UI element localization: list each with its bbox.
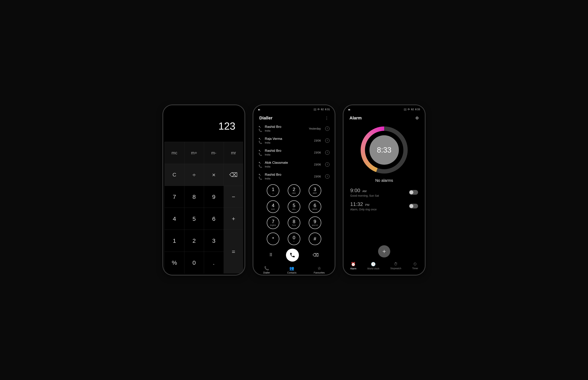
dial-0-button[interactable]: 0+ — [288, 232, 300, 245]
calculator-phone: 123 mc m+ m- mr C ÷ × ⌫ 7 8 9 − 4 5 6 + … — [163, 105, 245, 275]
calc-mc-button[interactable]: mc — [165, 142, 184, 164]
alarm-row[interactable]: 9:00 AM Good morning, Sun Sat — [350, 188, 418, 197]
dial-hash-button[interactable]: # — [309, 232, 321, 245]
sync-icon: ⟳ — [317, 108, 320, 111]
calc-plus-button[interactable]: + — [224, 208, 243, 230]
dial-9-button[interactable]: 9WXYZ — [309, 216, 321, 229]
calc-clear-button[interactable]: C — [165, 164, 184, 186]
alarm-desc: Good morning, Sun Sat — [350, 194, 379, 197]
calc-2-button[interactable]: 2 — [184, 230, 204, 252]
add-alarm-button[interactable]: + — [378, 245, 390, 257]
info-icon[interactable]: i — [325, 174, 330, 179]
alarm-toggle[interactable] — [409, 190, 418, 195]
dial-4-button[interactable]: 4GHI — [267, 200, 279, 213]
calc-multiply-button[interactable]: × — [204, 164, 224, 186]
sync-icon: ⟳ — [408, 108, 410, 111]
calc-mminus-button[interactable]: m- — [204, 142, 224, 164]
bottom-nav: 📞 Dialler 👥 Contacts ☆ Favourites — [255, 264, 333, 275]
calc-minus-button[interactable]: − — [224, 186, 243, 208]
calc-1-button[interactable]: 1 — [165, 230, 184, 252]
dial-2-button[interactable]: 2ABC — [288, 184, 300, 197]
nav-contacts[interactable]: 👥 Contacts — [287, 266, 296, 274]
alarm-row[interactable]: 11:32 PM Alarm, Only ring once — [350, 201, 418, 211]
nav-alarm[interactable]: ⏰ Alarm — [350, 262, 356, 270]
info-icon[interactable]: i — [325, 162, 330, 167]
calc-mr-button[interactable]: mr — [224, 142, 243, 164]
caller-name: Rashid Bro — [265, 125, 306, 129]
calc-8-button[interactable]: 8 — [184, 186, 204, 208]
phone-icon — [290, 252, 295, 258]
dial-3-button[interactable]: 3DEF — [309, 184, 321, 197]
dial-1-button[interactable]: 1◡ — [267, 184, 279, 197]
call-row[interactable]: ↖📞 Raja Verma India 23/06 i — [258, 134, 330, 147]
bottom-nav: ⏰ Alarm 🕒 World clock ⏱ Stopwatch ⏲ Time… — [345, 259, 423, 274]
dialpad: 1◡ 2ABC 3DEF 4GHI 5JKL 6MNO 7PQRS 8TUV 9… — [255, 184, 333, 245]
clock-dial: 8:33 — [361, 127, 408, 173]
alarm-phone: ▯▯ ⟳ 62 8:33 Alarm ⚙ 8:33 No alarms 9:00… — [343, 105, 425, 275]
calc-7-button[interactable]: 7 — [165, 186, 184, 208]
calc-equals-button[interactable]: = — [224, 230, 243, 274]
signal-icon — [258, 108, 260, 111]
call-row[interactable]: ↖📞 Rashid Bro India 23/06 i — [258, 147, 330, 158]
info-icon[interactable]: i — [325, 127, 330, 131]
clock-icon: 🕒 — [367, 262, 379, 266]
call-button[interactable] — [286, 249, 299, 262]
calc-9-button[interactable]: 9 — [204, 186, 224, 208]
plus-icon: + — [382, 248, 386, 255]
caller-region: India — [265, 129, 306, 132]
alarm-desc: Alarm, Only ring once — [350, 208, 377, 211]
calc-keypad: mc m+ m- mr C ÷ × ⌫ 7 8 9 − 4 5 6 + 1 2 … — [165, 142, 243, 274]
alarm-time: 11:32 PM — [350, 201, 377, 207]
calc-dot-button[interactable]: . — [204, 252, 224, 274]
nav-world-clock[interactable]: 🕒 World clock — [367, 262, 379, 270]
dial-7-button[interactable]: 7PQRS — [267, 216, 279, 229]
battery-icon: 62 — [321, 108, 324, 111]
calc-0-button[interactable]: 0 — [184, 252, 204, 274]
calc-5-button[interactable]: 5 — [184, 208, 204, 230]
call-row[interactable]: ↖📞 Rashid Bro India 23/06 i — [258, 171, 330, 182]
calc-3-button[interactable]: 3 — [204, 230, 224, 252]
timer-icon: ⏲ — [412, 262, 418, 266]
calc-6-button[interactable]: 6 — [204, 208, 224, 230]
dial-5-button[interactable]: 5JKL — [288, 200, 300, 213]
contacts-icon: 👥 — [287, 266, 296, 271]
alarm-icon: ⏰ — [350, 262, 356, 266]
calc-percent-button[interactable]: % — [165, 252, 184, 274]
clock-time: 8:33 — [369, 135, 399, 165]
gear-icon[interactable]: ⚙ — [415, 116, 419, 120]
nav-favourites[interactable]: ☆ Favourites — [314, 266, 325, 274]
dial-6-button[interactable]: 6MNO — [309, 200, 321, 213]
app-title: Alarm — [349, 115, 362, 121]
status-bar: ▯▯ ⟳ 62 8:33 — [345, 106, 423, 112]
nav-stopwatch[interactable]: ⏱ Stopwatch — [390, 262, 401, 270]
dialler-phone: ▯▯ ⟳ 62 8:31 Dialler ⋮ ↖📞 Rashid Bro Ind… — [253, 105, 335, 275]
status-time: 8:33 — [415, 108, 420, 111]
info-icon[interactable]: i — [325, 150, 330, 155]
nav-timer[interactable]: ⏲ Timer — [412, 262, 418, 270]
call-date: Yesterday — [309, 127, 321, 130]
backspace-icon[interactable]: ⌫ — [312, 252, 319, 258]
calc-backspace-button[interactable]: ⌫ — [224, 164, 243, 186]
calc-display-value: 123 — [218, 120, 235, 132]
dialpad-toggle-icon[interactable]: ⠿ — [269, 252, 273, 258]
call-row[interactable]: ↖📞 Rashid Bro India Yesterday i — [258, 123, 330, 134]
calc-mplus-button[interactable]: m+ — [184, 142, 204, 164]
calc-4-button[interactable]: 4 — [165, 208, 184, 230]
app-title: Dialler — [259, 115, 273, 121]
dial-8-button[interactable]: 8TUV — [288, 216, 300, 229]
dial-star-button[interactable]: * — [267, 232, 279, 245]
stopwatch-icon: ⏱ — [390, 262, 401, 266]
alarm-time: 9:00 AM — [350, 188, 379, 193]
outgoing-call-icon: ↖📞 — [258, 149, 262, 156]
more-icon[interactable]: ⋮ — [325, 116, 329, 120]
call-log: ↖📞 Rashid Bro India Yesterday i ↖📞 Raja … — [255, 123, 333, 182]
nav-dialler[interactable]: 📞 Dialler — [263, 266, 270, 274]
call-row[interactable]: ↖📞 Alok Classmate India 23/06 i — [258, 158, 330, 171]
outgoing-call-icon: ↖📞 — [258, 161, 262, 168]
calc-display: 123 — [165, 106, 243, 142]
calc-divide-button[interactable]: ÷ — [184, 164, 204, 186]
info-icon[interactable]: i — [325, 138, 330, 143]
status-time: 8:31 — [325, 108, 330, 111]
alarm-toggle[interactable] — [409, 204, 418, 209]
outgoing-call-icon: ↖📞 — [258, 125, 262, 132]
